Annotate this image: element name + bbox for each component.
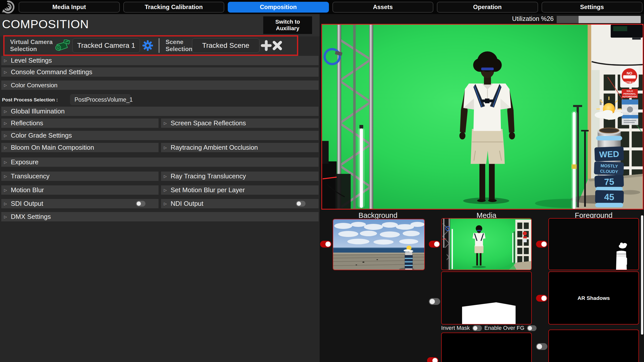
led-tube-right <box>573 112 576 209</box>
expander-icon: ▷ <box>4 109 7 114</box>
section-exposure[interactable]: ▷ Exposure <box>1 157 319 167</box>
media-mask-toggle[interactable] <box>429 298 440 305</box>
ar-shadows-thumbnail[interactable]: AR Shadows <box>548 271 639 325</box>
expander-icon: ▷ <box>4 215 7 219</box>
invert-mask-toggle[interactable] <box>472 325 482 331</box>
virtual-camera-select[interactable]: Tracked Camera 1 <box>72 38 140 53</box>
scene-select[interactable]: Tracked Scene <box>192 38 259 53</box>
dragon-logo-icon <box>1 0 15 14</box>
expander-icon: ▷ <box>164 202 167 206</box>
background-thumbnail[interactable] <box>333 219 425 270</box>
svg-text:NO: NO <box>627 71 632 75</box>
section-screen-space-reflections[interactable]: ▷ Screen Space Reflections <box>161 118 319 128</box>
panel-header: COMPOSITION Switch to Auxiliary <box>0 14 320 36</box>
foreground-row3-toggle[interactable] <box>536 343 547 350</box>
expander-icon: ▷ <box>4 133 7 138</box>
ar-weather-totem: WED MOSTLY CLOUDY 75 45 <box>594 97 624 207</box>
section-console-command-settings[interactable]: ▷ Console Command Settings <box>1 67 319 77</box>
expander-icon: ▷ <box>164 145 167 150</box>
expander-icon: ▷ <box>4 70 7 74</box>
top-tab-bar: Media Input Tracking Calibration Composi… <box>0 0 644 14</box>
section-motion-blur[interactable]: ▷ Motion Blur <box>1 185 159 195</box>
app-window: Media Input Tracking Calibration Composi… <box>0 0 644 362</box>
section-dmx-settings[interactable]: ▷ DMX Settings <box>1 212 319 221</box>
scene-selection-label: Scene Selection <box>166 38 193 53</box>
vertical-scrollbar[interactable] <box>641 215 643 335</box>
post-process-selection-label: Post Process Selection : <box>2 97 58 103</box>
remove-scene-x-icon[interactable] <box>272 40 283 51</box>
composition-preview[interactable]: NO ENTRAR SOLO PERSONAL AUTORIZADO <box>321 24 643 210</box>
section-color-grade-settings[interactable]: ▷ Color Grade Settings <box>1 131 319 140</box>
svg-text:ENTRAR: ENTRAR <box>622 81 637 85</box>
camera-settings-gear-icon[interactable] <box>142 40 153 51</box>
tab-media-input[interactable]: Media Input <box>19 2 120 13</box>
expander-icon: ▷ <box>4 58 7 63</box>
mask-controls: Invert Mask Enable Over FG <box>441 325 537 331</box>
tab-composition[interactable]: Composition <box>228 2 329 13</box>
svg-text:PERSONAL: PERSONAL <box>623 93 636 95</box>
expander-icon: ▷ <box>4 145 7 150</box>
add-scene-plus-icon[interactable] <box>261 40 272 51</box>
virtual-camera-selection-label: Virtual Camera Selection <box>10 38 53 53</box>
expander-icon: ▷ <box>164 174 167 179</box>
media-layer-toggle[interactable] <box>429 241 440 248</box>
tab-tracking-calibration[interactable]: Tracking Calibration <box>123 2 224 13</box>
svg-text:SOLO: SOLO <box>627 90 633 92</box>
media-mask-thumbnail[interactable] <box>441 271 532 325</box>
section-ndi-output[interactable]: ▷ NDI Output <box>161 199 319 208</box>
tab-settings[interactable]: Settings <box>542 2 643 13</box>
media-thumbnail[interactable] <box>441 218 532 270</box>
expander-icon: ▷ <box>4 83 7 88</box>
section-set-motion-blur-per-layer[interactable]: ▷ Set Motion Blur per Layer <box>161 185 319 195</box>
main-tabs: Media Input Tracking Calibration Composi… <box>19 2 642 13</box>
enable-over-fg-toggle[interactable] <box>527 325 537 331</box>
tab-assets[interactable]: Assets <box>332 2 434 13</box>
expander-icon: ▷ <box>164 188 167 192</box>
utilization-bar <box>557 16 641 23</box>
svg-text:CLOUDY: CLOUDY <box>600 169 618 174</box>
background-column-title: Background <box>333 211 423 220</box>
expander-icon: ▷ <box>4 160 7 165</box>
sdi-output-toggle[interactable] <box>136 201 145 207</box>
utilization-fill <box>557 16 579 23</box>
camera-scene-selection-bar: Virtual Camera Selection Tracked Camera … <box>3 35 298 56</box>
section-translucency[interactable]: ▷ Translucency <box>1 172 159 181</box>
expander-icon: ▷ <box>4 121 7 126</box>
svg-text:AUTORIZADO: AUTORIZADO <box>622 95 637 98</box>
divider <box>159 38 160 53</box>
media-row3-thumbnail[interactable] <box>441 333 532 362</box>
expander-icon: ▷ <box>164 121 167 126</box>
scene-value: Tracked Scene <box>202 42 249 50</box>
expander-icon: ▷ <box>4 202 7 206</box>
section-color-conversion[interactable]: ▷ Color Conversion <box>1 81 319 90</box>
section-global-illumination[interactable]: ▷ Global Illumination <box>1 107 319 116</box>
section-raytracing-ambient-occlusion[interactable]: ▷ Raytracing Ambient Occlusion <box>161 143 319 152</box>
utilization-label: Utilization %26 <box>493 15 554 22</box>
foreground-layer-toggle[interactable] <box>536 241 547 248</box>
page-title: COMPOSITION <box>2 17 89 31</box>
media-row3-toggle[interactable] <box>427 357 438 362</box>
ar-shadows-toggle[interactable] <box>536 295 547 302</box>
section-bloom-on-main-composition[interactable]: ▷ Bloom On Main Composition <box>1 143 159 152</box>
enable-over-fg-label: Enable Over FG <box>484 325 524 331</box>
virtual-camera-value: Tracked Camera 1 <box>77 42 135 50</box>
switch-to-auxiliary-button[interactable]: Switch to Auxiliary <box>263 16 312 34</box>
svg-text:MOSTLY: MOSTLY <box>600 163 618 169</box>
expander-icon: ▷ <box>4 174 7 179</box>
post-process-select[interactable]: PostProcessVolume_1 <box>70 94 131 105</box>
section-ray-tracing-translucency[interactable]: ▷ Ray Tracing Translucency <box>161 172 319 181</box>
foreground-row3-thumbnail[interactable] <box>548 330 639 362</box>
camera-icon <box>54 39 71 52</box>
foreground-thumbnail[interactable] <box>548 218 639 270</box>
tab-operation[interactable]: Operation <box>437 2 538 13</box>
section-reflections[interactable]: ▷ Reflections <box>1 118 159 128</box>
composition-panel: COMPOSITION Switch to Auxiliary Virtual … <box>0 14 320 362</box>
ndi-output-toggle[interactable] <box>296 201 306 207</box>
section-sdi-output[interactable]: ▷ SDI Output <box>1 199 159 208</box>
svg-text:75: 75 <box>604 177 614 187</box>
svg-text:45: 45 <box>604 192 614 202</box>
led-tube-left <box>360 129 363 208</box>
background-layer-toggle[interactable] <box>320 241 331 248</box>
section-level-settings[interactable]: ▷ Level Settings <box>1 56 319 65</box>
expander-icon: ▷ <box>4 188 7 192</box>
